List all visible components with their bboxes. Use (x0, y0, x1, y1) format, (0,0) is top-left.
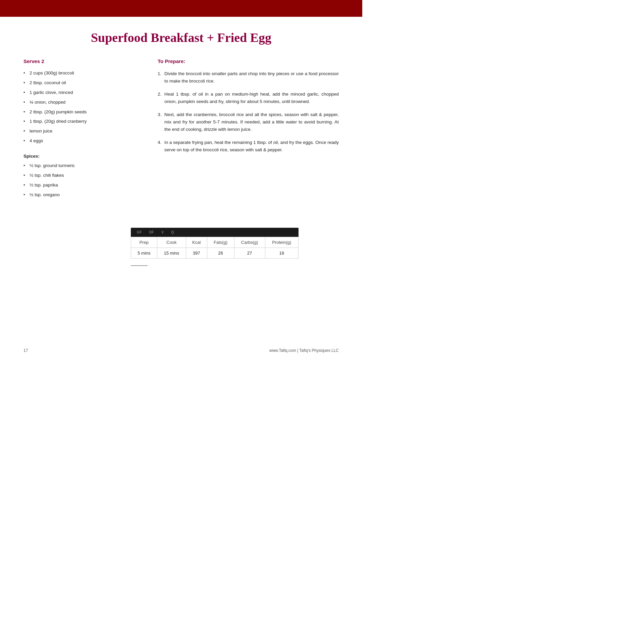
nutrition-header: Protein(g) (265, 237, 298, 248)
list-item: ½ tsp. chili flakes (23, 172, 144, 179)
list-item: 2 tbsp. coconut oil (23, 80, 144, 86)
list-item: 2 tbsp. (20g) pumpkin seeds (23, 109, 144, 115)
list-item: 2 cups (300g) broccoli (23, 70, 144, 76)
nutrition-value: 18 (265, 248, 298, 258)
list-item: 1.Divide the broccoli into smaller parts… (158, 70, 339, 85)
list-item: 4.In a separate frying pan, heat the rem… (158, 139, 339, 153)
nutrition-header: Kcal (186, 237, 207, 248)
footer: 17 www.Tafiq.com | Tafiq's Physiques LLC (23, 348, 339, 353)
serves-label: Serves 2 (23, 58, 144, 64)
nutrition-table: PrepCookKcalFats(g)Carbs(g)Protein(g) 5 … (131, 237, 299, 259)
nutrition-header: Cook (157, 237, 186, 248)
spices-list: ½ tsp. ground turmeric½ tsp. chili flake… (23, 163, 144, 198)
nutrition-value: 15 mins (157, 248, 186, 258)
list-item: 1 garlic clove, minced (23, 90, 144, 96)
list-item: 3.Next, add the cranberries, broccoli ri… (158, 111, 339, 133)
list-item: lemon juice (23, 128, 144, 135)
ingredients-list: 2 cups (300g) broccoli2 tbsp. coconut oi… (23, 70, 144, 144)
recipe-title: Superfood Breakfast + Fried Egg (23, 30, 339, 45)
nutrition-value: 397 (186, 248, 207, 258)
prepare-label: To Prepare: (158, 58, 339, 64)
list-item: ½ tsp. paprika (23, 182, 144, 189)
nutrition-header: Prep (131, 237, 157, 248)
diet-icon-label: DF (147, 230, 157, 235)
list-item: 1 tbsp. (20g) dried cranberry (23, 118, 144, 125)
nutrition-value: 26 (207, 248, 234, 258)
diet-icon-label: V (159, 230, 166, 235)
list-item: 4 eggs (23, 138, 144, 144)
nutrition-header: Fats(g) (207, 237, 234, 248)
diet-icon-label: GF (134, 230, 145, 235)
list-item: ½ tsp. ground turmeric (23, 163, 144, 169)
nutrition-header: Carbs(g) (234, 237, 265, 248)
diet-icon-label: Q (168, 230, 176, 235)
nutrition-value: 5 mins (131, 248, 157, 258)
nutrition-value: 27 (234, 248, 265, 258)
list-item: ½ tsp. oregano (23, 192, 144, 198)
list-item: ¼ onion, chopped (23, 99, 144, 106)
steps-list: 1.Divide the broccoli into smaller parts… (158, 70, 339, 153)
divider (131, 265, 148, 266)
brand-text: www.Tafiq.com | Tafiq's Physiques LLC (269, 348, 339, 353)
icon-bar: GFDFVQ (131, 228, 299, 237)
list-item: 2.Heat 1 tbsp. of oil in a pan on medium… (158, 91, 339, 105)
top-bar (0, 0, 362, 17)
spices-label: Spices: (23, 154, 144, 159)
page-number: 17 (23, 348, 28, 353)
